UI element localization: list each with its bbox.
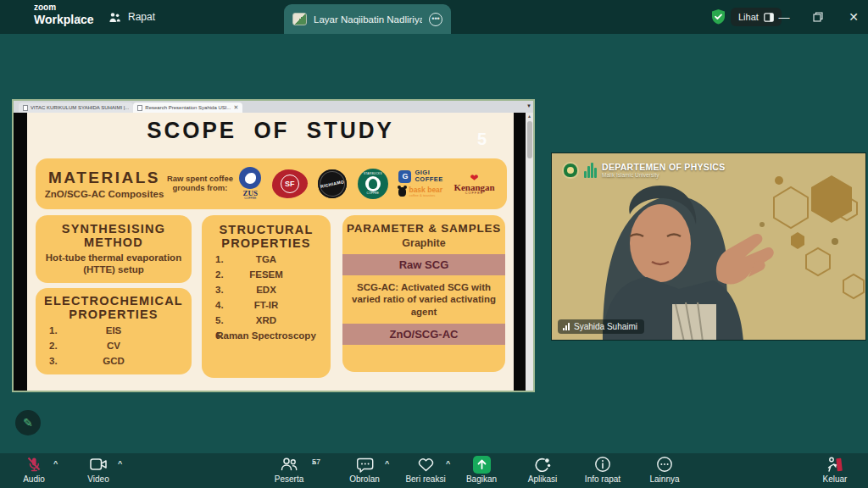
more-button[interactable]: Lainnya	[637, 455, 692, 484]
reactions-button[interactable]: Beri reaksi	[398, 455, 453, 484]
leave-meeting-icon	[826, 456, 844, 473]
tabbar-scroll-icon[interactable]: ▼	[526, 103, 531, 108]
bear-icon	[398, 187, 406, 197]
window-close-button[interactable]: ✕	[839, 0, 868, 34]
sample-raw-scg: Raw SCG	[342, 254, 505, 275]
share-label: Bagikan	[466, 474, 497, 484]
materials-panel: MATERIALS ZnO/SCG-AC Composites Raw spen…	[36, 158, 507, 209]
synthesising-method-panel: SYNTHESISING METHOD Hot-tube thermal eva…	[36, 215, 192, 283]
participants-label: Peserta	[275, 474, 303, 484]
brand-chevron-down-icon[interactable]: ⌄	[75, 10, 82, 21]
sample-graphite: Graphite	[342, 235, 505, 254]
letterbox-right	[514, 113, 526, 391]
reactions-menu-chevron[interactable]: ^	[446, 459, 450, 468]
sf-coffee-logo: SF	[272, 169, 308, 198]
starbucks-siren-icon: STARBUCKS COFFEE	[358, 169, 388, 199]
audio-menu-chevron[interactable]: ^	[53, 459, 58, 468]
richiamo-coffee-logo: RICHIAMO	[318, 169, 347, 198]
list-item: FESEM	[207, 268, 326, 283]
tab-meeting[interactable]: Rapat	[100, 5, 164, 29]
tab-close-icon[interactable]: ✕	[233, 104, 238, 111]
apps-button[interactable]: Aplikasi	[515, 455, 570, 484]
department-title: DEPARTEMEN OF PHYSICS	[602, 163, 726, 173]
camera-icon	[90, 458, 108, 471]
tab-options-icon[interactable]: •••	[429, 13, 442, 26]
window-restore-button[interactable]	[804, 0, 832, 34]
document-favicon	[137, 105, 142, 111]
scrollbar-thumb[interactable]	[527, 121, 532, 158]
window-minimize-button[interactable]: —	[770, 0, 798, 34]
scrollbar-up-icon[interactable]: ▲	[526, 113, 533, 120]
tab-shared-screen-active[interactable]: Layar Naqiibatin Nadliriyah •••	[284, 4, 451, 34]
zus-coffee-logo: ZUS COFFEE	[239, 167, 261, 201]
zus-lion-icon	[239, 167, 261, 189]
participants-button[interactable]: 57 Peserta	[262, 455, 316, 484]
info-icon	[594, 456, 611, 473]
browser-tab-1-title: VITAC KURIKULUM SYAHIDA SUHAIMI |...	[31, 105, 129, 110]
list-item: CV	[41, 339, 186, 354]
coffee-brand-logos: ZUS COFFEE SF RICHIAMO STARBUCKS	[234, 167, 500, 201]
structural-heading: STRUCTURAL PROPERTIES	[207, 223, 326, 250]
slide-page-number: 5	[477, 130, 487, 149]
browser-tab-2-active[interactable]: Research Presentation Syahida USI... ✕	[133, 103, 242, 113]
meeting-info-label: Info rapat	[585, 474, 620, 484]
leave-button[interactable]: Keluar	[808, 455, 862, 484]
kenangan-coffee-logo: ❤ Kenangan COFFEE	[453, 173, 494, 196]
browser-tab-2-title: Research Presentation Syahida USI...	[145, 105, 231, 110]
sample-zno-scg-ac: ZnO/SCG-AC	[342, 324, 505, 345]
chat-bubble-icon	[356, 457, 374, 473]
chat-label: Obrolan	[349, 474, 380, 484]
shared-screen-window: VITAC KURIKULUM SYAHIDA SUHAIMI |... Res…	[12, 99, 535, 392]
chat-menu-chevron[interactable]: ^	[385, 459, 389, 468]
list-item: FT-IR	[207, 298, 326, 313]
materials-heading: MATERIALS	[42, 169, 166, 187]
letterbox-left	[14, 113, 27, 391]
scg-ac-bold: SCG-AC	[357, 282, 395, 292]
meeting-toolbar: Audio ^ Video ^ 57 Peserta ^	[0, 453, 868, 488]
brand-line1: zoom	[34, 3, 94, 12]
chat-button[interactable]: Obrolan	[337, 455, 392, 484]
list-item: GCD	[41, 354, 186, 369]
heart-icon: ❤	[453, 173, 494, 183]
people-icon	[108, 12, 121, 23]
heart-icon	[417, 457, 435, 473]
apps-icon	[533, 456, 552, 474]
participant-name: Syahida Suhaimi	[574, 322, 637, 331]
browser-scrollbar[interactable]: ▲	[526, 113, 533, 391]
list-item: EIS	[41, 324, 186, 339]
list-item: Raman Spectroscopy	[207, 329, 326, 344]
materials-source-note: Raw spent coffee grounds from:	[166, 175, 234, 193]
sf-splat-icon: SF	[272, 169, 308, 198]
participant-video-tile[interactable]: DEPARTEMEN OF PHYSICS Malik Islamic Univ…	[551, 152, 866, 341]
presentation-slide: SCOPE OF STUDY 5 MATERIALS ZnO/SCG-AC Co…	[27, 113, 514, 391]
window-titlebar: zoom Workplace ⌄ Rapat Layar Naqiibatin …	[0, 0, 868, 34]
restore-icon	[813, 12, 823, 22]
audio-label: Audio	[23, 474, 45, 484]
list-item: EDX	[207, 283, 326, 298]
share-screen-icon	[473, 456, 491, 474]
signal-bars-icon	[563, 323, 570, 330]
security-shield-icon[interactable]	[710, 8, 726, 25]
apps-label: Aplikasi	[528, 474, 557, 484]
share-button[interactable]: Bagikan	[454, 455, 509, 484]
video-label: Video	[87, 474, 108, 484]
synthesising-body: Hot-tube thermal evaporation (HTTE) setu…	[41, 252, 186, 276]
materials-subheading: ZnO/SCG-AC Composites	[42, 189, 166, 199]
browser-tab-1[interactable]: VITAC KURIKULUM SYAHIDA SUHAIMI |...	[19, 103, 133, 113]
meeting-info-button[interactable]: Info rapat	[576, 455, 630, 484]
university-title: Malik Islamic University	[602, 172, 726, 178]
zoom-workplace-logo: zoom Workplace	[34, 3, 94, 25]
participant-name-tag: Syahida Suhaimi	[558, 319, 644, 334]
electrochemical-panel: ELECTROCHEMICAL PROPERTIES EIS CV GCD	[36, 288, 192, 374]
annotate-button[interactable]: ✎	[15, 410, 41, 435]
gigi-coffee-logo: G GIGI COFFEE	[398, 169, 442, 183]
participants-menu-chevron[interactable]: ^	[312, 459, 316, 468]
video-menu-chevron[interactable]: ^	[118, 459, 122, 468]
leave-label: Keluar	[823, 474, 848, 484]
synthesising-heading: SYNTHESISING METHOD	[41, 222, 186, 249]
participants-icon	[280, 457, 298, 472]
more-label: Lainnya	[649, 474, 679, 484]
list-item: XRD	[207, 313, 326, 329]
pencil-icon: ✎	[23, 416, 33, 430]
video-scene	[552, 153, 866, 341]
